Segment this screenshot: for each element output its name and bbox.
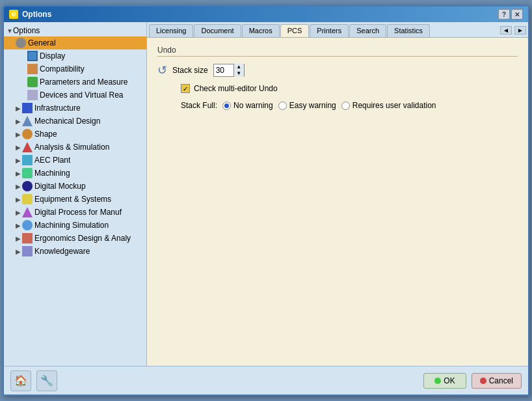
tab-pcs[interactable]: PCS (280, 24, 310, 37)
tab-macros-label: Macros (249, 27, 273, 35)
infra-icon (22, 103, 33, 113)
cancel-label: Cancel (489, 376, 513, 385)
sidebar-label-infrastructure: Infrastructure (34, 104, 81, 113)
radio-requires-validation-label: Requires user validation (352, 101, 436, 110)
stack-full-label: Stack Full: (181, 101, 217, 110)
radio-no-warning[interactable]: No warning (222, 101, 273, 110)
check-multi-checkbox[interactable]: ✓ (181, 84, 190, 93)
title-bar-controls: ? ✕ (498, 9, 523, 20)
tab-licensing[interactable]: Licensing (149, 24, 193, 37)
cancel-button[interactable]: Cancel (472, 373, 522, 389)
digital-expand-icon: ▶ (16, 183, 22, 190)
stack-size-label: Stack size (172, 66, 208, 75)
aec-icon (22, 155, 33, 165)
sidebar-item-machining-sim[interactable]: ▶ Machining Simulation (4, 219, 146, 232)
radio-no-warning-circle[interactable] (222, 102, 231, 110)
sidebar-label-general: General (28, 38, 56, 48)
sidebar-item-digital-process[interactable]: ▶ Digital Process for Manuf (4, 206, 146, 219)
tab-search-label: Search (356, 27, 379, 35)
sidebar-label-compatibility: Compatibility (40, 64, 85, 74)
aec-expand-icon: ▶ (16, 157, 22, 164)
bottom-icon-btn-1[interactable]: 🏠 (10, 370, 31, 391)
sidebar-item-ergonomics[interactable]: ▶ Ergonomics Design & Analy (4, 232, 146, 245)
bottom-bar: 🏠 🔧 OK Cancel (4, 366, 528, 394)
infra-expand-icon: ▶ (16, 105, 22, 112)
tab-printers[interactable]: Printers (310, 24, 349, 37)
sidebar-item-analysis[interactable]: ▶ Analysis & Simulation (4, 141, 146, 154)
radio-easy-warning[interactable]: Easy warning (278, 101, 336, 110)
stack-full-row: Stack Full: No warning Easy warning Requ… (181, 101, 518, 110)
sidebar-label-machining-sim: Machining Simulation (34, 221, 109, 230)
bottom-icon-1: 🏠 (14, 374, 27, 387)
tab-document-label: Document (201, 27, 233, 35)
sidebar-item-digital-mockup[interactable]: ▶ Digital Mockup (4, 180, 146, 193)
undo-row: ↺ Stack size ▲ ▼ (157, 63, 518, 77)
sidebar-item-aec[interactable]: ▶ AEC Plant (4, 154, 146, 167)
tab-statistics-label: Statistics (394, 27, 423, 35)
spinbox-up-arrow[interactable]: ▲ (234, 64, 244, 70)
undo-icon: ↺ (157, 63, 167, 77)
radio-requires-validation[interactable]: Requires user validation (341, 101, 436, 110)
options-window: ⚙ Options ? ✕ ▼ Options General Display (3, 5, 529, 396)
tab-licensing-label: Licensing (156, 27, 186, 35)
digitalproc-icon (22, 207, 33, 217)
tab-next-button[interactable]: ► (514, 26, 526, 35)
radio-no-warning-label: No warning (233, 101, 273, 110)
sidebar-item-general[interactable]: General (4, 36, 146, 49)
sidebar-item-infrastructure[interactable]: ▶ Infrastructure (4, 102, 146, 115)
machsim-icon (22, 220, 33, 230)
tab-macros[interactable]: Macros (242, 24, 280, 37)
close-button[interactable]: ✕ (511, 9, 523, 20)
sidebar-item-mechanical[interactable]: ▶ Mechanical Design (4, 115, 146, 128)
expand-icon: ▼ (7, 27, 13, 35)
gear-icon (16, 38, 26, 48)
ok-label: OK (444, 376, 455, 385)
params-icon (27, 77, 38, 87)
sidebar-label-display: Display (40, 51, 65, 61)
ok-button[interactable]: OK (423, 373, 466, 389)
tab-prev-button[interactable]: ◄ (500, 26, 512, 35)
spinbox-down-arrow[interactable]: ▼ (234, 70, 244, 77)
stack-size-spinbox[interactable]: ▲ ▼ (213, 64, 245, 77)
sidebar-label-machining: Machining (34, 169, 70, 178)
sidebar-label-mechanical: Mechanical Design (34, 117, 100, 126)
tree-root-item[interactable]: ▼ Options (4, 25, 146, 36)
sidebar-label-devices: Devices and Virtual Rea (40, 90, 124, 100)
radio-easy-warning-circle[interactable] (278, 102, 287, 110)
sidebar-item-display[interactable]: Display (4, 49, 146, 62)
sidebar-label-equipment: Equipment & Systems (34, 195, 111, 204)
machsim-expand-icon: ▶ (16, 222, 22, 229)
window-title: Options (22, 10, 51, 19)
tab-document[interactable]: Document (194, 24, 241, 37)
section-title: Undo (157, 46, 518, 57)
tab-search[interactable]: Search (349, 24, 386, 37)
window-body: ▼ Options General Display Compatibility (4, 22, 528, 366)
sidebar-item-shape[interactable]: ▶ Shape (4, 128, 146, 141)
sidebar-item-compatibility[interactable]: Compatibility (4, 62, 146, 76)
sidebar-label-shape: Shape (34, 130, 57, 139)
sidebar-label-parameters: Parameters and Measure (40, 77, 127, 87)
content-panel: Undo ↺ Stack size ▲ ▼ ✓ (147, 38, 528, 366)
radio-requires-validation-circle[interactable] (341, 102, 350, 110)
shape-expand-icon: ▶ (16, 131, 22, 138)
equipment-icon (22, 194, 33, 204)
window-icon: ⚙ (9, 10, 18, 19)
tab-printers-label: Printers (317, 27, 341, 35)
digital-icon (22, 181, 33, 191)
sidebar-item-devices[interactable]: Devices and Virtual Rea (4, 89, 146, 102)
sidebar-label-ergonomics: Ergonomics Design & Analy (34, 234, 131, 243)
sidebar-item-equipment[interactable]: ▶ Equipment & Systems (4, 193, 146, 206)
tab-statistics[interactable]: Statistics (387, 24, 430, 37)
tab-nav-group: ◄ ► (499, 24, 526, 37)
sidebar-item-parameters[interactable]: Parameters and Measure (4, 76, 146, 89)
bottom-icon-btn-2[interactable]: 🔧 (36, 370, 57, 391)
display-icon (27, 51, 38, 61)
ok-dot (434, 378, 441, 384)
tree-root-label: Options (13, 26, 40, 35)
tabs-bar: Licensing Document Macros PCS Printers S… (147, 22, 528, 38)
help-button[interactable]: ? (498, 9, 510, 20)
tab-pcs-label: PCS (287, 27, 302, 35)
sidebar-item-knowledge[interactable]: ▶ Knowledgeware (4, 245, 146, 258)
sidebar-item-machining[interactable]: ▶ Machining (4, 167, 146, 180)
stack-size-input[interactable] (214, 66, 233, 75)
